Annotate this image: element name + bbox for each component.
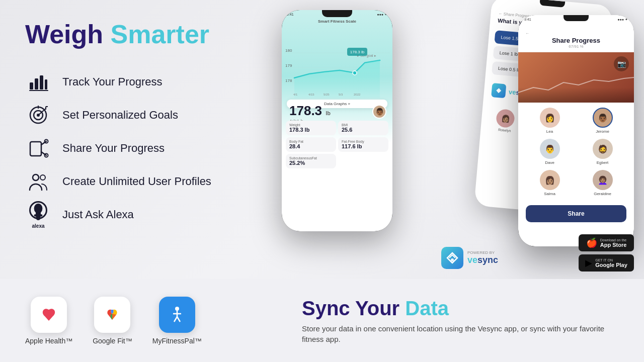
main-title: Weigh Smarter — [25, 20, 226, 49]
svg-rect-2 — [40, 75, 43, 89]
feature-item-profiles: Create Unlimited User Profiles — [25, 168, 226, 195]
phone-share: 9:41 ●●● ✦ ← Share Progress 67/91 % — [518, 15, 634, 246]
phones-area: 9:41 ●●● ✦ Smart Fitness Scale — [242, 0, 644, 279]
myfitnesspal-icon — [159, 297, 195, 333]
left-panel: Weigh Smarter T — [0, 0, 242, 279]
share-profile-dave: 👨 Dave — [526, 139, 574, 165]
svg-point-40 — [175, 307, 179, 311]
svg-rect-19 — [36, 212, 41, 217]
svg-text:4/1: 4/1 — [293, 93, 298, 96]
share-button[interactable]: Share — [526, 205, 626, 222]
vesync-text: POWERED BY vesync — [467, 250, 498, 265]
sync-description: Store your data in one convenient locati… — [302, 323, 619, 344]
svg-rect-11 — [30, 142, 41, 156]
share-profiles-grid: 👩 Lea 👨🏾 Jerome 👨 Dave — [526, 108, 626, 196]
feature-label-alexa: Just Ask Alexa — [62, 208, 134, 221]
stat-subcutaneous: SubcutaneousFat 25.2% — [286, 154, 336, 168]
fitness-app-google: Google Fit™ — [93, 297, 132, 345]
svg-point-27 — [353, 71, 357, 75]
fitness-apps: Apple Health™ Google Fit™ — [25, 297, 287, 345]
svg-rect-3 — [45, 79, 47, 89]
svg-text:5/3: 5/3 — [339, 93, 343, 96]
fitness-app-apple: Apple Health™ — [25, 297, 72, 345]
target-icon — [25, 102, 51, 128]
sync-title: Sync Your Data — [302, 297, 619, 319]
share-screen: 9:41 ●●● ✦ ← Share Progress 67/91 % — [518, 15, 634, 246]
svg-rect-0 — [30, 82, 33, 89]
profile-avatar-main: 👨🏾 — [372, 105, 386, 119]
share-avatar-egbert: 🧔 — [593, 139, 613, 159]
apple-icon: 🍎 — [586, 237, 597, 248]
stat-weight: Weight 178.3 lb — [286, 121, 336, 135]
feature-item-goals: Set Personalized Goals — [25, 102, 226, 128]
feature-label-profiles: Create Unlimited User Profiles — [62, 175, 211, 188]
vesync-icon — [441, 247, 463, 269]
phone-main: 9:41 ●●● ✦ Smart Fitness Scale — [282, 10, 392, 231]
share-camera-icon: 📷 — [614, 56, 629, 71]
svg-text:178.3 lb: 178.3 lb — [350, 50, 365, 54]
fitness-app-myfit: MyFitnessPal™ — [152, 297, 202, 345]
share-profile-geraldine: 👩🏽‍🦱 Geraldine — [579, 170, 626, 196]
bar-chart-icon — [25, 69, 51, 95]
svg-text:2022: 2022 — [354, 93, 361, 96]
features-list: Track Your Progress — [25, 69, 226, 228]
bottom-section: Apple Health™ Google Fit™ — [0, 279, 644, 362]
title-weigh: Weigh — [25, 20, 103, 49]
share-btn-area: Share — [518, 201, 634, 226]
share-icon — [25, 135, 51, 161]
vesync-name: vesync — [467, 255, 498, 265]
phone-chart: 180 179 178 ▸ Set goal ▸ — [284, 38, 390, 98]
vesync-logo: POWERED BY vesync — [441, 247, 498, 269]
svg-point-16 — [33, 174, 39, 180]
share-profile-salma: 👩🏽 Salma — [526, 170, 574, 196]
google-play-badge[interactable]: ▶ GET IT ON Google Play — [579, 254, 634, 272]
svg-point-36 — [451, 258, 454, 261]
phone-notch — [322, 10, 352, 17]
svg-text:179: 179 — [285, 63, 292, 68]
top-section: Weigh Smarter T — [0, 0, 644, 279]
feature-label-track: Track Your Progress — [62, 75, 163, 88]
stat-fatfree: Fat-Free Body 117.6 lb — [338, 137, 388, 152]
feature-item-alexa: alexa Just Ask Alexa — [25, 202, 226, 228]
share-profiles-area: 👩 Lea 👨🏾 Jerome 👨 Dave — [518, 103, 634, 201]
share-avatar-geraldine: 👩🏽‍🦱 — [593, 170, 613, 190]
alexa-text: alexa — [32, 223, 44, 229]
phone-header: Smart Fitness Scale — [287, 19, 387, 24]
stat-bmi: BMI 25.6 — [338, 121, 388, 135]
title-smarter: Smarter — [111, 20, 210, 49]
share-cover: 📷 — [518, 52, 634, 103]
apple-health-icon — [31, 297, 67, 333]
feature-item-track: Track Your Progress — [25, 69, 226, 95]
page-wrapper: Weigh Smarter T — [0, 0, 644, 362]
stat-bodyfat: Body Fat 28.4 — [286, 137, 336, 152]
google-fit-icon — [94, 297, 130, 333]
google-play-icon: ▶ — [585, 257, 592, 268]
app-store-badge[interactable]: 🍎 Download on the App Store — [579, 234, 634, 251]
users-icon — [25, 168, 51, 195]
alexa-ring — [29, 201, 47, 219]
svg-point-17 — [40, 175, 45, 180]
profile-item-0: 👩🏽 Roselyn — [488, 108, 522, 133]
svg-text:4/15: 4/15 — [308, 93, 314, 96]
svg-text:180: 180 — [285, 48, 292, 53]
vesync-small-icon — [491, 83, 506, 98]
feature-item-share: Share Your Progress — [25, 135, 226, 161]
sync-text-area: Sync Your Data Store your data in one co… — [287, 297, 619, 344]
feature-label-goals: Set Personalized Goals — [62, 109, 178, 122]
share-profile-egbert: 🧔 Egbert — [579, 139, 626, 165]
share-header: ← Share Progress 67/91 % — [518, 24, 634, 52]
share-phone-notch — [564, 15, 589, 21]
share-avatar-salma: 👩🏽 — [540, 170, 560, 190]
svg-text:178: 178 — [285, 78, 292, 83]
share-profile-lea: 👩 Lea — [526, 108, 574, 134]
store-badges: 🍎 Download on the App Store ▶ GET IT ON … — [579, 234, 634, 272]
svg-rect-20 — [34, 214, 43, 216]
svg-text:5/25: 5/25 — [324, 93, 330, 96]
profile-avatar-0: 👩🏽 — [496, 109, 515, 128]
alexa-icon: alexa — [25, 202, 51, 228]
share-avatar-lea: 👩 — [540, 108, 560, 128]
share-profile-jerome: 👨🏾 Jerome — [579, 108, 626, 134]
svg-line-8 — [38, 109, 46, 115]
svg-rect-1 — [35, 78, 38, 89]
feature-label-share: Share Your Progress — [62, 142, 165, 155]
